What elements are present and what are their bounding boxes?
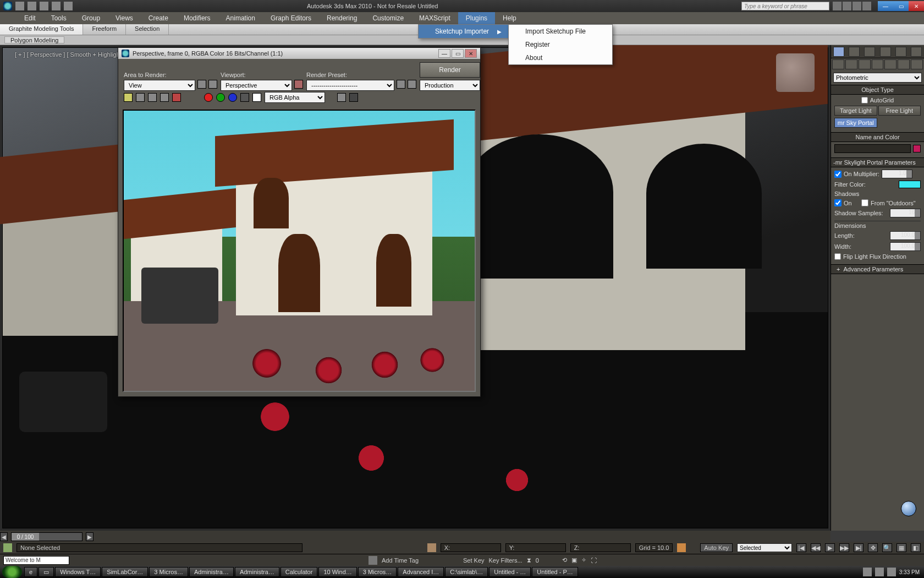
- task-button[interactable]: C:\simlab\…: [445, 567, 488, 577]
- clear-image-icon[interactable]: [172, 93, 181, 102]
- tab-graphite[interactable]: Graphite Modeling Tools: [0, 24, 83, 35]
- prev-frame-button[interactable]: ◀: [0, 532, 8, 541]
- viewport-label[interactable]: [ + ] [ Perspective ] [ Smooth + Highlig…: [15, 51, 128, 58]
- name-and-color-rollout[interactable]: Name and Color: [831, 132, 924, 142]
- quick-launch-desktop[interactable]: ▭: [38, 567, 54, 577]
- menu-tools[interactable]: Tools: [43, 12, 74, 24]
- task-button[interactable]: SimLabCor…: [102, 567, 148, 577]
- spacewarps-cat-icon[interactable]: [898, 59, 910, 69]
- shadow-samples-spinner[interactable]: 16: [890, 209, 921, 217]
- comm-center-icon[interactable]: [843, 2, 851, 10]
- task-button[interactable]: Untitled - P…: [532, 567, 578, 577]
- from-outdoors-checkbox[interactable]: [861, 199, 868, 206]
- display-tab-icon[interactable]: [895, 47, 906, 57]
- skylight-portal-params-rollout[interactable]: -mr Skylight Portal Parameters: [831, 157, 924, 167]
- hierarchy-tab-icon[interactable]: [864, 47, 875, 57]
- comm-icon[interactable]: [369, 556, 377, 565]
- channel-green-icon[interactable]: [216, 93, 225, 102]
- task-button[interactable]: 3 Micros…: [358, 567, 397, 577]
- menu-import-sketchup-file[interactable]: Import Sketchup File: [509, 25, 612, 38]
- key-mode-select[interactable]: Selected: [737, 543, 792, 552]
- task-button[interactable]: Administra…: [235, 567, 279, 577]
- render-window-titlebar[interactable]: Perspective, frame 0, RGBA Color 16 Bits…: [118, 48, 480, 59]
- menu-customize[interactable]: Customize: [365, 12, 411, 24]
- minimize-button[interactable]: —: [878, 1, 893, 11]
- autogrid-checkbox[interactable]: [861, 97, 868, 103]
- coord-x[interactable]: X:: [441, 543, 501, 552]
- fov-icon[interactable]: ◧: [911, 543, 921, 552]
- object-name-field[interactable]: [834, 144, 911, 153]
- lights-cat-icon[interactable]: [859, 59, 871, 69]
- render-button[interactable]: Render: [420, 62, 480, 78]
- motion-tab-icon[interactable]: [880, 47, 891, 57]
- render-output-canvas[interactable]: [123, 110, 476, 392]
- menu-register[interactable]: Register: [509, 38, 612, 51]
- length-spinner[interactable]: 100.0: [890, 231, 921, 240]
- task-button[interactable]: 3 Micros…: [149, 567, 188, 577]
- tab-selection[interactable]: Selection: [126, 24, 169, 35]
- taskbar-clock[interactable]: 3:33 PM: [899, 569, 920, 575]
- menu-group[interactable]: Group: [74, 12, 108, 24]
- polygon-modeling-panel[interactable]: Polygon Modeling: [4, 36, 64, 43]
- undo-icon[interactable]: [52, 2, 61, 10]
- systems-cat-icon[interactable]: [911, 59, 923, 69]
- start-button[interactable]: [2, 566, 22, 578]
- advanced-params-rollout[interactable]: + Advanced Parameters: [831, 264, 924, 274]
- render-close-button[interactable]: ✕: [465, 49, 477, 58]
- menu-help[interactable]: Help: [495, 12, 524, 24]
- next-frame-button[interactable]: ▶: [86, 532, 94, 541]
- key-filters-button[interactable]: Key Filters...: [489, 557, 522, 564]
- tray-icon[interactable]: [863, 568, 872, 576]
- menu-animation[interactable]: Animation: [218, 12, 263, 24]
- menu-rendering[interactable]: Rendering: [319, 12, 365, 24]
- render-setup-icon[interactable]: [397, 80, 405, 89]
- render-mode-select[interactable]: Production: [420, 80, 480, 91]
- next-key-button[interactable]: ▶▶: [839, 543, 849, 552]
- trackbar-toggle-icon[interactable]: [3, 543, 12, 552]
- modify-tab-icon[interactable]: [849, 47, 860, 57]
- zoom-all-icon[interactable]: ▦: [897, 543, 906, 552]
- tray-volume-icon[interactable]: [887, 568, 896, 576]
- search-input[interactable]: [741, 2, 829, 10]
- submenu-sketchup-importer[interactable]: Sketchup Importer ▶: [419, 25, 508, 38]
- multiplier-spinner[interactable]: 1.0: [882, 170, 912, 178]
- coord-z[interactable]: Z:: [570, 543, 631, 552]
- auto-key-button[interactable]: Auto Key: [700, 543, 733, 552]
- target-light-button[interactable]: Target Light: [834, 106, 877, 116]
- zoom-ext-icon[interactable]: ⛶: [591, 557, 597, 564]
- menu-create[interactable]: Create: [141, 12, 176, 24]
- goto-end-button[interactable]: ▶|: [854, 543, 864, 552]
- menu-maxscript[interactable]: MAXScript: [411, 12, 458, 24]
- viewcube[interactable]: [776, 53, 815, 92]
- time-config-icon[interactable]: ⧗: [527, 557, 531, 564]
- geometry-cat-icon[interactable]: [832, 59, 844, 69]
- tab-freeform[interactable]: Freeform: [83, 24, 126, 35]
- channel-alpha-icon[interactable]: [240, 93, 249, 102]
- toggle-ui-icon[interactable]: [349, 93, 358, 102]
- binoculars-icon[interactable]: [833, 2, 842, 10]
- channel-red-icon[interactable]: [204, 93, 213, 102]
- task-button[interactable]: Calculator: [280, 567, 318, 577]
- menu-modifiers[interactable]: Modifiers: [176, 12, 218, 24]
- object-type-rollout[interactable]: Object Type: [831, 85, 924, 95]
- walk-icon[interactable]: ✧: [581, 557, 586, 564]
- task-button[interactable]: Untitled - …: [489, 567, 531, 577]
- cameras-cat-icon[interactable]: [872, 59, 884, 69]
- task-button[interactable]: Administra…: [189, 567, 234, 577]
- task-button[interactable]: Windows T…: [55, 567, 101, 577]
- filter-color-swatch[interactable]: [899, 181, 921, 188]
- steering-wheel-icon[interactable]: [901, 501, 916, 516]
- print-image-icon[interactable]: [160, 93, 169, 102]
- task-button[interactable]: Advanced I…: [398, 567, 444, 577]
- tray-network-icon[interactable]: [875, 568, 884, 576]
- orbit-icon[interactable]: ⟲: [562, 557, 567, 564]
- pan-view-icon[interactable]: ✥: [868, 543, 878, 552]
- width-spinner[interactable]: 100.0: [890, 242, 921, 251]
- light-category-select[interactable]: Photometric: [833, 73, 922, 83]
- viewport-select[interactable]: Perspective: [221, 80, 292, 91]
- flip-flux-checkbox[interactable]: [834, 253, 841, 260]
- infocenter-search[interactable]: [741, 2, 829, 10]
- channel-select[interactable]: RGB Alpha: [265, 92, 325, 103]
- mr-sky-portal-button[interactable]: mr Sky Portal: [834, 118, 877, 128]
- close-button[interactable]: ✕: [909, 1, 924, 11]
